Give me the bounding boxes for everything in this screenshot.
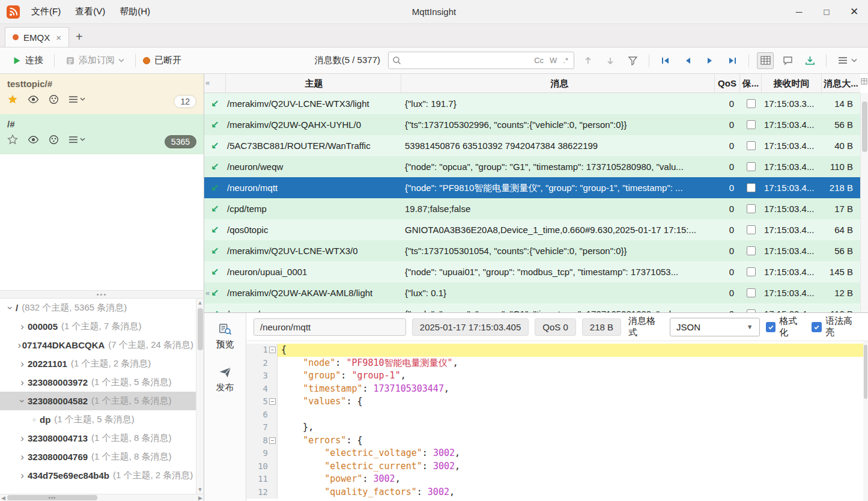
- header-retain[interactable]: 保...: [740, 74, 762, 93]
- message-row[interactable]: ↙/cpd/temp19.87;false;false017:15:03.4..…: [204, 198, 860, 219]
- retain-checkbox[interactable]: [747, 162, 756, 171]
- message-row[interactable]: ↙/neuron/weqw{"node": "opcua", "group": …: [204, 156, 860, 177]
- header-size[interactable]: 消息大...: [822, 74, 860, 93]
- fold-icon[interactable]: −: [269, 398, 276, 405]
- regex-toggle[interactable]: .*: [561, 55, 570, 65]
- tree-toggle-icon[interactable]: ›: [17, 321, 28, 332]
- tree-toggle-icon[interactable]: ›: [17, 377, 28, 387]
- collapse-left-icon[interactable]: «: [205, 289, 210, 297]
- payload-format-icon[interactable]: [49, 135, 59, 145]
- next-message-button[interactable]: [702, 52, 718, 69]
- menu-view[interactable]: 查看(V): [69, 4, 111, 20]
- format-select[interactable]: JSON ▼: [670, 318, 760, 336]
- tree-node[interactable]: ›000005(1 个主题, 7 条消息): [0, 317, 196, 336]
- payload-format-icon[interactable]: [49, 94, 59, 105]
- subscription-item[interactable]: testtopic/# 12: [0, 74, 204, 114]
- tree-horizontal-scrollbar[interactable]: ◀ ••• ▶: [0, 494, 204, 501]
- tab-preview[interactable]: 预览: [204, 319, 246, 354]
- add-subscription-button[interactable]: 添加订阅: [62, 52, 128, 68]
- tree-toggle-icon[interactable]: ›: [17, 470, 28, 481]
- message-row[interactable]: ↙/merakimv/Q2UW-QAHX-UYHL/0{"ts":1737105…: [204, 114, 860, 135]
- export-button[interactable]: [801, 52, 818, 69]
- header-time[interactable]: 接收时间: [762, 74, 822, 93]
- tree-toggle-icon[interactable]: ›: [17, 396, 28, 407]
- message-row[interactable]: ↙/neuron/weqw{"node": "opcua", "group": …: [204, 303, 860, 312]
- scroll-left-icon[interactable]: ◀: [1, 494, 5, 501]
- star-icon[interactable]: [7, 94, 18, 105]
- eye-icon[interactable]: [28, 95, 39, 104]
- retain-checkbox[interactable]: [747, 141, 756, 150]
- tree-node[interactable]: ›071744DKABCQKA(7 个主题, 24 条消息): [0, 336, 196, 354]
- menu-help[interactable]: 帮助(H): [114, 4, 156, 20]
- whole-word-toggle[interactable]: W: [548, 55, 559, 65]
- last-message-button[interactable]: [724, 52, 741, 69]
- minimize-button[interactable]: ─: [785, 0, 813, 23]
- left-panel-splitter[interactable]: •••: [0, 290, 204, 299]
- payload-viewer[interactable]: 1−{2 "node": "PF9810智能电量测量仪",3 "group": …: [246, 341, 868, 501]
- tree-node[interactable]: ›323080003972(1 个主题, 5 条消息): [0, 373, 196, 392]
- message-row[interactable]: ↙/merakimv/Q2UV-LCNE-WTX3/light{"lux": 1…: [204, 93, 860, 114]
- tab-emqx[interactable]: EMQX ×: [5, 27, 69, 47]
- filter-button[interactable]: [624, 52, 641, 69]
- first-message-button[interactable]: [657, 52, 674, 69]
- retain-checkbox[interactable]: [747, 120, 756, 129]
- tab-close-icon[interactable]: ×: [56, 32, 61, 43]
- table-scrollbar[interactable]: [860, 93, 868, 312]
- message-row[interactable]: ↙/5AC73BC881/ROUTER/WanTraffic5398145087…: [204, 135, 860, 156]
- tree-node[interactable]: ○dp(1 个主题, 5 条消息): [0, 410, 196, 429]
- message-row[interactable]: ↙/qos0topicGNIOTA0A3B36E20A8,Device_1_ti…: [204, 219, 860, 240]
- topic-field[interactable]: /neuron/mqtt: [253, 318, 406, 336]
- tree-toggle-icon[interactable]: ›: [17, 433, 28, 443]
- message-row[interactable]: ↙/neuron/upuai_0001{"node": "upuai01", "…: [204, 261, 860, 282]
- scrollbar-thumb[interactable]: [862, 102, 867, 152]
- code-scrollbar[interactable]: [863, 341, 868, 501]
- subscription-menu-button[interactable]: [68, 96, 85, 103]
- scrollbar-thumb[interactable]: •••: [7, 495, 97, 500]
- tree-node[interactable]: ›20221101(1 个主题, 2 条消息): [0, 354, 196, 373]
- menu-file[interactable]: 文件(F): [25, 4, 67, 20]
- previous-match-button[interactable]: [580, 52, 596, 69]
- tree-node[interactable]: ›434d75e69ec84b4b(1 个主题, 2 条消息): [0, 466, 196, 485]
- scrollbar-thumb[interactable]: [864, 345, 867, 399]
- eye-icon[interactable]: [28, 135, 39, 144]
- connect-button[interactable]: 连接: [8, 52, 47, 68]
- retain-checkbox[interactable]: [747, 288, 756, 297]
- retain-checkbox[interactable]: [747, 267, 756, 276]
- format-checkbox[interactable]: 格式化: [766, 315, 806, 338]
- tree-node[interactable]: ›323080004769(1 个主题, 8 条消息): [0, 448, 196, 466]
- column-settings-icon[interactable]: [861, 78, 867, 85]
- message-row[interactable]: ↙/merakimv/Q2UW-AKAW-AML8/light{"lux": 0…: [204, 282, 860, 303]
- star-icon[interactable]: [7, 134, 18, 145]
- search-box[interactable]: Cc W .*: [388, 52, 574, 69]
- header-qos[interactable]: QoS: [715, 74, 740, 93]
- tree-node[interactable]: ›/(832 个主题, 5365 条消息): [0, 299, 196, 317]
- more-menu-button[interactable]: [834, 54, 861, 67]
- retain-checkbox[interactable]: [747, 225, 756, 234]
- maximize-button[interactable]: □: [813, 0, 840, 23]
- retain-checkbox[interactable]: [747, 99, 756, 108]
- tree-toggle-icon[interactable]: ›: [17, 452, 28, 462]
- retain-checkbox[interactable]: [747, 183, 756, 192]
- next-match-button[interactable]: [602, 52, 619, 69]
- tree-scrollbar[interactable]: ▲ ▼: [196, 299, 204, 494]
- conversation-view-button[interactable]: [779, 52, 796, 69]
- fold-icon[interactable]: −: [269, 437, 276, 444]
- collapse-left-icon[interactable]: «: [205, 79, 210, 87]
- retain-checkbox[interactable]: [747, 246, 756, 255]
- table-view-button[interactable]: [757, 52, 774, 69]
- previous-message-button[interactable]: [679, 52, 696, 69]
- subscription-item[interactable]: /# 5365: [0, 114, 204, 154]
- header-message[interactable]: 消息: [401, 74, 715, 93]
- subscription-menu-button[interactable]: [68, 136, 85, 144]
- message-row[interactable]: ↙/merakimv/Q2UV-LCNE-WTX3/0{"ts":1737105…: [204, 240, 860, 261]
- tree-toggle-icon[interactable]: ›: [17, 340, 22, 350]
- syntax-highlight-checkbox[interactable]: 语法高亮: [812, 315, 861, 338]
- message-row[interactable]: ↙/neuron/mqtt{"node": "PF9810智能电量测量仪", "…: [204, 177, 860, 198]
- match-case-toggle[interactable]: Cc: [532, 55, 545, 65]
- fold-icon[interactable]: −: [269, 347, 276, 353]
- add-tab-button[interactable]: +: [69, 27, 90, 47]
- scroll-right-icon[interactable]: ▶: [198, 494, 202, 501]
- tab-publish[interactable]: 发布: [204, 362, 246, 397]
- tree-toggle-icon[interactable]: ›: [5, 303, 16, 314]
- tree-node[interactable]: ›323080004582(1 个主题, 5 条消息): [0, 392, 196, 410]
